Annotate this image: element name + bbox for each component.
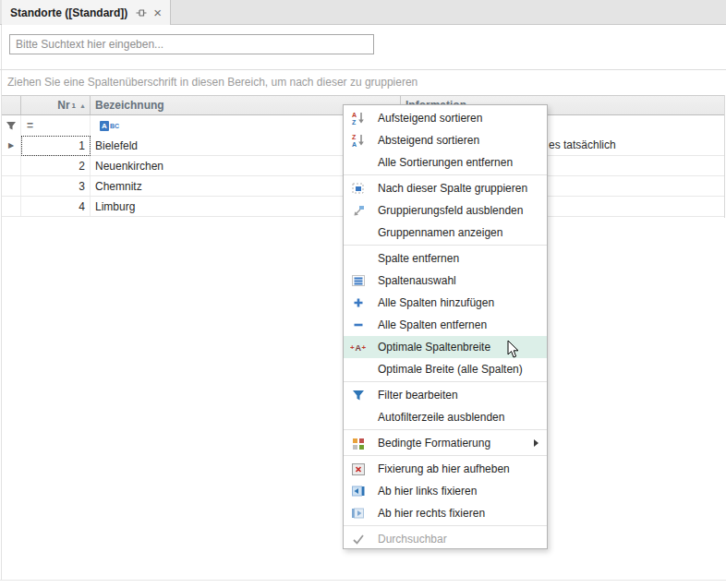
tab-title: Standorte ([Standard]) — [10, 6, 127, 19]
menu-item-conditional-formatting[interactable]: Bedingte Formatierung — [344, 432, 547, 454]
menu-separator — [344, 429, 547, 430]
tab-bar: Standorte ([Standard]) × — [0, 0, 726, 25]
menu-item-remove-all-columns[interactable]: Alle Spalten entfernen — [344, 314, 547, 336]
column-context-menu: AZ Aufsteigend sortieren ZA Absteigend s… — [343, 104, 548, 549]
divider — [0, 69, 726, 70]
menu-item-column-chooser[interactable]: Spaltenauswahl — [344, 270, 547, 292]
pin-icon[interactable] — [135, 6, 148, 19]
menu-separator — [344, 381, 547, 382]
svg-text:A: A — [352, 141, 357, 148]
pin-left-icon — [344, 484, 373, 498]
menu-item-unpin-from-here[interactable]: Fixierung ab hier aufheben — [344, 458, 547, 480]
column-header-nr[interactable]: Nr1▲ — [21, 96, 91, 114]
checkmark-icon — [344, 532, 373, 546]
hide-group-panel-icon — [344, 203, 373, 218]
divider — [0, 580, 726, 581]
best-fit-icon: +A+ — [344, 340, 373, 354]
filter-icon — [344, 388, 373, 402]
menu-item-pin-right-from-here[interactable]: Ab hier rechts fixieren — [344, 502, 547, 524]
group-by-icon — [344, 181, 373, 196]
menu-item-remove-column[interactable]: Spalte entfernen — [344, 247, 547, 270]
menu-item-clear-sorting[interactable]: Alle Sortierungen entfernen — [344, 151, 547, 174]
menu-separator — [344, 525, 547, 526]
close-icon[interactable]: × — [153, 6, 162, 19]
information-text-partial: es tatsächlich — [549, 138, 616, 151]
header-indicator-cell — [2, 96, 21, 114]
menu-item-filter-editor[interactable]: Filter bearbeiten — [344, 384, 547, 406]
svg-text:Z: Z — [352, 119, 357, 126]
menu-item-show-group-names[interactable]: Gruppennamen anzeigen — [344, 222, 547, 244]
row-indicator-cell: ▶ — [2, 136, 21, 155]
filter-cell-nr[interactable]: = — [21, 115, 91, 136]
app-window: { "window": { "tab_title": "Standorte ([… — [0, 0, 726, 588]
row-indicator-cell — [2, 197, 21, 216]
menu-item-hide-group-panel[interactable]: Gruppierungsfeld ausblenden — [344, 199, 547, 222]
menu-item-add-all-columns[interactable]: Alle Spalten hinzufügen — [344, 292, 547, 314]
group-panel-hint[interactable]: Ziehen Sie eine Spaltenüberschrift in di… — [7, 76, 417, 89]
svg-text:Z: Z — [352, 134, 357, 140]
submenu-arrow-icon — [534, 439, 538, 447]
cell-nr[interactable]: 1 — [21, 136, 91, 155]
sort-order-badge: 1 — [72, 102, 76, 110]
svg-text:+: + — [350, 343, 355, 352]
menu-separator — [344, 455, 547, 456]
filter-indicator-cell — [2, 115, 21, 136]
equals-operator-icon[interactable]: = — [27, 119, 33, 132]
svg-text:+: + — [362, 343, 367, 352]
conditional-formatting-icon — [344, 436, 373, 450]
column-chooser-icon — [344, 273, 373, 288]
cell-nr[interactable]: 3 — [21, 176, 91, 196]
unpin-icon — [344, 462, 373, 476]
cell-nr[interactable]: 2 — [21, 156, 91, 175]
filter-funnel-icon — [6, 120, 17, 131]
menu-item-searchable[interactable]: Durchsuchbar — [344, 528, 547, 550]
row-indicator-cell — [2, 156, 21, 175]
row-indicator-cell — [2, 176, 21, 196]
menu-item-pin-left-from-here[interactable]: Ab hier links fixieren — [344, 480, 547, 502]
minus-icon — [344, 318, 373, 332]
menu-item-sort-descending[interactable]: ZA Absteigend sortieren — [344, 129, 547, 151]
menu-separator — [344, 245, 547, 246]
tab-standorte[interactable]: Standorte ([Standard]) × — [2, 0, 171, 25]
menu-separator — [344, 174, 547, 175]
mouse-cursor — [507, 340, 520, 362]
plus-icon — [344, 295, 373, 310]
row-indicator-arrow: ▶ — [8, 141, 14, 150]
pin-right-icon — [344, 506, 373, 521]
cell-nr[interactable]: 4 — [21, 197, 91, 216]
menu-item-sort-ascending[interactable]: AZ Aufsteigend sortieren — [344, 107, 547, 129]
sort-az-icon: AZ — [344, 111, 373, 126]
svg-text:A: A — [352, 112, 357, 118]
sort-ascending-indicator: ▲ — [79, 102, 86, 109]
menu-item-hide-auto-filter-row[interactable]: Autofilterzeile ausblenden — [344, 406, 547, 428]
svg-text:A: A — [356, 343, 362, 353]
sort-za-icon: ZA — [344, 133, 373, 148]
search-input[interactable] — [9, 34, 374, 54]
grid-border — [724, 95, 725, 218]
menu-item-group-by-column[interactable]: Nach dieser Spalte gruppieren — [344, 177, 547, 199]
abc-filter-icon[interactable]: ABC — [100, 121, 119, 131]
